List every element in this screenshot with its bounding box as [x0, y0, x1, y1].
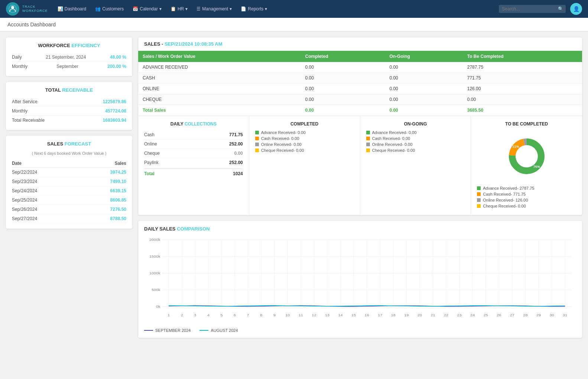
sales-row: CHEQUE0.000.000.00	[138, 94, 582, 105]
tobe-panel: TO BE COMPLETED 76%21% Advance Received-…	[471, 116, 582, 215]
total-receivable-row: Total Receivable 1683603.94	[12, 116, 126, 125]
forecast-card: SALES FORECAST ( Next 6 days booked Work…	[6, 136, 132, 229]
chart-area: 2000k1500k1000k500k0k1234567891011121314…	[144, 236, 576, 325]
legend-item: Cheque Received- 0.00	[366, 148, 465, 153]
svg-text:29: 29	[536, 313, 541, 317]
dashboard-icon: 📊	[58, 6, 63, 12]
collection-row: Cheque0.00	[144, 149, 243, 158]
forecast-row: Sep/22/20243974.25	[12, 168, 126, 177]
svg-text:12: 12	[312, 313, 316, 317]
svg-text:21%: 21%	[512, 145, 519, 148]
svg-text:500k: 500k	[152, 288, 160, 292]
forecast-row: Sep/25/20248606.85	[12, 196, 126, 205]
page-header: Accounts Dashboard	[0, 18, 588, 32]
ongoing-panel: ON-GOING Advance Received- 0.00Cash Rece…	[360, 116, 471, 215]
legend-item: Cash Received- 0.00	[255, 136, 354, 141]
tobe-title: TO BE COMPLETED	[477, 121, 576, 127]
legend-item: Online Received- 0.00	[255, 142, 354, 147]
nav-dashboard[interactable]: 📊 Dashboard	[54, 0, 90, 18]
after-service-row: After Service 1225879.86	[12, 97, 126, 107]
total-collections-row: Total 1024	[144, 169, 243, 179]
brand-name: TRACK	[22, 5, 48, 9]
svg-text:28: 28	[523, 313, 528, 317]
brand-sub: WORKFORCE	[22, 9, 48, 13]
svg-text:2000k: 2000k	[149, 238, 160, 242]
legend-item: Advance Received- 0.00	[255, 130, 354, 135]
svg-text:31: 31	[563, 313, 568, 317]
search-wrap: 🔍	[499, 5, 566, 13]
workforce-card: WORKFORCE EFFICIENCY Daily 21 September,…	[6, 37, 132, 76]
sales-col-3: To Be Completed	[463, 51, 582, 62]
chevron-down-icon: ▾	[185, 6, 188, 12]
collections-row: DAILY COLLECTIONS Cash771.75Online252.00…	[138, 116, 582, 215]
legend-item: Cheque Received- 0.00	[477, 204, 576, 208]
nav-management[interactable]: ☰ Management ▾	[193, 0, 235, 18]
svg-text:21: 21	[431, 313, 435, 317]
search-input[interactable]	[499, 5, 566, 13]
forecast-row: Sep/23/20247499.10	[12, 177, 126, 186]
collection-row: Cash771.75	[144, 130, 243, 140]
svg-text:20: 20	[418, 313, 422, 317]
chevron-down-icon: ▾	[159, 6, 162, 12]
legend-item: Advance Received- 0.00	[366, 130, 465, 135]
svg-text:16: 16	[365, 313, 370, 317]
legend-item: Cash Received- 0.00	[366, 136, 465, 141]
workforce-monthly-row: Monthly September 200.00 %	[12, 62, 126, 71]
brand[interactable]: TRACK WORKFORCE	[6, 2, 48, 16]
chart-legend: SEPTEMBER 2024AUGUST 2024	[144, 328, 576, 333]
svg-text:13: 13	[325, 313, 330, 317]
nav-calendar[interactable]: 📅 Calendar ▾	[129, 0, 165, 18]
legend-item: Advance Received- 2787.75	[477, 186, 576, 190]
page-title: Accounts Dashboard	[7, 22, 56, 27]
chart-legend-item: AUGUST 2024	[199, 328, 238, 333]
nav-customers[interactable]: 👥 Customers	[91, 0, 127, 18]
avatar[interactable]: 👤	[570, 3, 582, 15]
collection-row: Paylink252.00	[144, 158, 243, 167]
svg-text:27: 27	[510, 313, 515, 317]
svg-text:18: 18	[391, 313, 396, 317]
svg-text:15: 15	[351, 313, 356, 317]
sales-col-0: Sales / Work Order Value	[138, 51, 301, 62]
svg-point-4	[516, 146, 537, 167]
svg-text:23: 23	[457, 313, 462, 317]
nav-hr[interactable]: 📋 HR ▾	[167, 0, 191, 18]
receivable-card: TOTAL RECEIVABLE After Service 1225879.8…	[6, 82, 132, 130]
svg-text:1500k: 1500k	[149, 255, 160, 258]
legend-item: Cash Received- 771.75	[477, 192, 576, 196]
donut-wrap: 76%21%	[477, 130, 576, 182]
svg-text:5: 5	[220, 313, 223, 317]
svg-text:30: 30	[549, 313, 554, 317]
navbar: TRACK WORKFORCE 📊 Dashboard 👥 Customers …	[0, 0, 588, 18]
svg-text:6: 6	[234, 313, 236, 317]
svg-text:25: 25	[484, 313, 488, 317]
brand-logo	[6, 2, 19, 16]
svg-text:1: 1	[168, 313, 170, 317]
sales-row: ONLINE0.000.00126.00	[138, 84, 582, 94]
right-panel: SALES - SEP/21/2024 10:08:35 AM Sales / …	[138, 37, 582, 338]
svg-text:1000k: 1000k	[149, 271, 160, 275]
customers-icon: 👥	[95, 6, 101, 12]
svg-text:17: 17	[378, 313, 383, 317]
forecast-date-header: Date	[12, 159, 82, 168]
svg-text:9: 9	[273, 313, 276, 317]
forecast-table: Date Sales Sep/22/20243974.25Sep/23/2024…	[12, 159, 126, 223]
ongoing-title: ON-GOING	[366, 121, 465, 127]
comparison-chart-svg: 2000k1500k1000k500k0k1234567891011121314…	[144, 236, 576, 325]
forecast-sales-header: Sales	[82, 159, 126, 168]
hr-icon: 📋	[170, 6, 176, 12]
management-icon: ☰	[196, 6, 201, 12]
daily-collections-title: DAILY COLLECTIONS	[144, 121, 243, 127]
search-icon: 🔍	[558, 6, 563, 12]
svg-text:22: 22	[444, 313, 449, 317]
workforce-title: WORKFORCE EFFICIENCY	[12, 43, 126, 48]
sales-row: Total Sales0.000.003685.50	[138, 105, 582, 116]
daily-collections-panel: DAILY COLLECTIONS Cash771.75Online252.00…	[138, 116, 249, 215]
completed-title: COMPLETED	[255, 121, 354, 127]
chevron-down-icon: ▾	[230, 6, 232, 12]
left-panel: WORKFORCE EFFICIENCY Daily 21 September,…	[6, 37, 132, 338]
nav-reports[interactable]: 📄 Reports ▾	[237, 0, 271, 18]
calendar-icon: 📅	[133, 6, 138, 12]
legend-item: Online Received- 0.00	[366, 142, 465, 147]
sales-table: Sales / Work Order Value Completed On-Go…	[138, 51, 582, 116]
chart-legend-item: SEPTEMBER 2024	[144, 328, 191, 333]
